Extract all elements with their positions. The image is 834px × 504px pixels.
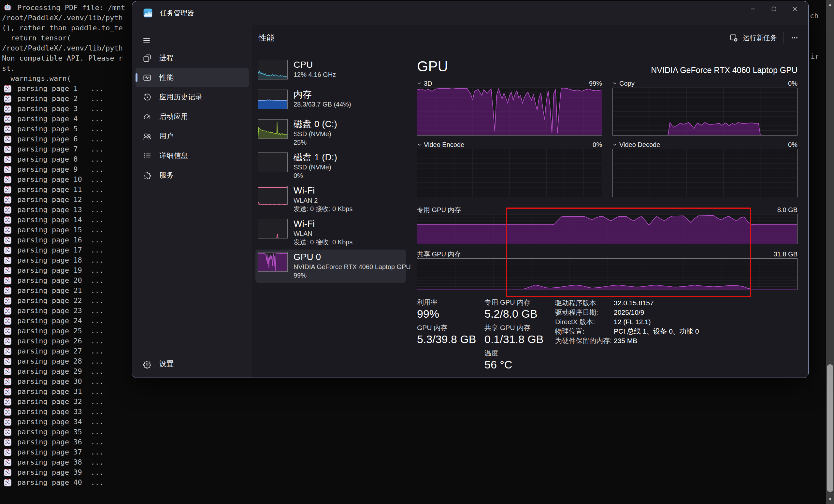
sidebar-item-performance[interactable]: 性能 <box>135 68 249 87</box>
stat-gpu-memory: GPU 内存 5.3/39.8 GB <box>417 324 476 346</box>
terminal-text: parsing page 19 ... <box>17 266 104 274</box>
close-button[interactable] <box>784 1 805 16</box>
stat-value: 56 °C <box>484 357 543 372</box>
terminal-line: parsing page 12 ... <box>2 195 125 204</box>
detail-row: 物理位置:PCI 总线 1、设备 0、功能 0 <box>555 326 797 336</box>
sidebar-item-history[interactable]: 应用历史记录 <box>135 87 249 107</box>
stat-utilization: 利用率 99% <box>417 298 476 321</box>
dice-icon <box>3 175 12 184</box>
detail-value: PCI 总线 1、设备 0、功能 0 <box>614 327 699 336</box>
detail-row: 为硬件保留的内存:235 MB <box>555 336 797 345</box>
sidebar-item-label: 详细信息 <box>159 151 188 161</box>
chevron-down-icon[interactable] <box>613 143 617 147</box>
minimize-button[interactable] <box>743 1 763 16</box>
dice-icon <box>3 286 12 295</box>
detail-label: 为硬件保留的内存: <box>555 336 614 345</box>
terminal-line: parsing page 24 ... <box>2 316 125 326</box>
dice-icon <box>3 316 12 325</box>
chart-label: Copy <box>619 80 635 87</box>
terminal-line: parsing page 27 ... <box>2 346 125 356</box>
dice-icon <box>3 326 12 335</box>
dice-icon <box>3 387 12 396</box>
robot-icon <box>3 3 12 12</box>
terminal-line: return tensor( <box>2 33 125 43</box>
terminal-line: /root/PaddleX/.venv/lib/pyth <box>2 43 125 53</box>
terminal-line: parsing page 38 ... <box>2 457 125 467</box>
dice-icon <box>3 94 12 103</box>
terminal-line: parsing page 2 ... <box>2 93 125 104</box>
dice-icon <box>3 155 12 163</box>
task-manager-window[interactable]: 任务管理器 进程性能应用历史记录启动应用用户详细信息服务 设置 性能 运行新任务 <box>132 1 809 378</box>
chevron-down-icon[interactable] <box>613 81 617 86</box>
more-options-button[interactable] <box>787 30 803 45</box>
perf-item-disk-0[interactable]: 磁盘 0 (C:)SSD (NVMe)25% <box>256 117 406 150</box>
perf-item-cpu[interactable]: CPU12% 4.16 GHz <box>256 57 406 87</box>
performance-list: CPU12% 4.16 GHz内存28.3/63.7 GB (44%)磁盘 0 … <box>256 57 406 378</box>
perf-item-disk-1[interactable]: 磁盘 1 (D:)SSD (NVMe)0% <box>256 150 406 183</box>
run-new-task-button[interactable]: 运行新任务 <box>729 30 777 45</box>
terminal-line: parsing page 31 ... <box>2 387 125 396</box>
detail-value: 2025/10/9 <box>614 308 644 316</box>
perf-item-wifi-2[interactable]: Wi-FiWLAN 2发送: 0 接收: 0 Kbps <box>256 183 406 216</box>
dice-icon <box>3 104 12 113</box>
gpu-chart-copy: Copy0% <box>613 79 797 135</box>
processes-icon <box>143 54 152 63</box>
stat-label: 温度 <box>484 349 543 357</box>
terminal-text: /root/PaddleX/.venv/lib/pyth <box>2 14 123 22</box>
dice-icon <box>3 225 12 234</box>
gpu-chart-3d: 3D99% <box>417 79 602 135</box>
perf-item-subtext: 99% <box>293 271 403 280</box>
terminal-text: parsing page 14 ... <box>17 216 104 224</box>
terminal-text: parsing page 29 ... <box>17 367 104 375</box>
maximize-button[interactable] <box>763 1 784 16</box>
sidebar-item-processes[interactable]: 进程 <box>135 48 249 68</box>
chart-value: 99% <box>589 80 602 87</box>
perf-item-subtext: NVIDIA GeForce RTX 4060 Laptop GPU <box>293 263 403 271</box>
sidebar-item-services[interactable]: 服务 <box>135 166 249 185</box>
perf-item-subtext: 12% 4.16 GHz <box>293 70 336 79</box>
terminal-scrollbar[interactable]: ▲ ▼ <box>826 0 834 504</box>
perf-item-memory[interactable]: 内存28.3/63.7 GB (44%) <box>256 87 406 117</box>
sidebar-item-label: 服务 <box>159 170 174 180</box>
terminal-line: parsing page 33 ... <box>2 407 125 417</box>
terminal-line: parsing page 21 ... <box>2 285 125 295</box>
sidebar-item-details[interactable]: 详细信息 <box>135 146 249 166</box>
terminal-text: parsing page 23 ... <box>17 307 104 315</box>
perf-thumbnail-chart <box>258 60 288 80</box>
sidebar-item-users[interactable]: 用户 <box>135 126 249 146</box>
chart-area <box>613 88 797 135</box>
screen: Processing PDF file: /mnt/root/PaddleX/.… <box>0 0 834 504</box>
terminal-line: parsing page 30 ... <box>2 376 125 387</box>
dice-icon <box>3 428 12 436</box>
dice-icon <box>3 478 12 487</box>
sidebar-menu: 进程性能应用历史记录启动应用用户详细信息服务 <box>132 48 252 185</box>
sidebar-item-startup[interactable]: 启动应用 <box>135 107 249 126</box>
chevron-down-icon[interactable] <box>417 81 421 86</box>
scrollbar-thumb[interactable] <box>827 364 833 492</box>
titlebar[interactable]: 任务管理器 <box>132 1 808 25</box>
scroll-down-arrow[interactable]: ▼ <box>826 496 834 503</box>
terminal-text: parsing page 10 ... <box>17 175 104 183</box>
terminal-text: parsing page 21 ... <box>17 286 104 294</box>
terminal-line: parsing page 1 ... <box>2 83 125 93</box>
stat-label: 共享 GPU 内存 <box>484 324 543 332</box>
perf-item-wifi-1[interactable]: Wi-FiWLAN发送: 0 接收: 0 Kbps <box>256 216 406 249</box>
perf-item-subtext: 0% <box>293 171 337 180</box>
dice-icon <box>3 407 12 416</box>
detail-value: 12 (FL 12.1) <box>614 318 651 326</box>
hamburger-button[interactable] <box>140 35 153 46</box>
terminal-line: parsing page 6 ... <box>2 134 125 144</box>
chart-area <box>417 149 602 197</box>
perf-item-subtext: SSD (NVMe) <box>293 130 337 138</box>
stat-label: GPU 内存 <box>417 324 476 332</box>
terminal-text: return tensor( <box>2 34 71 42</box>
terminal-line: parsing page 40 ... <box>2 477 125 487</box>
chevron-down-icon[interactable] <box>417 143 421 147</box>
gear-icon <box>143 360 152 369</box>
scroll-up-arrow[interactable]: ▲ <box>826 1 834 8</box>
sidebar-item-settings[interactable]: 设置 <box>135 355 249 373</box>
terminal-text: parsing page 15 ... <box>17 226 104 234</box>
dice-icon <box>3 135 12 144</box>
perf-item-gpu-0[interactable]: GPU 0NVIDIA GeForce RTX 4060 Laptop GPU9… <box>256 249 406 283</box>
terminal-text: parsing page 17 ... <box>17 246 104 254</box>
